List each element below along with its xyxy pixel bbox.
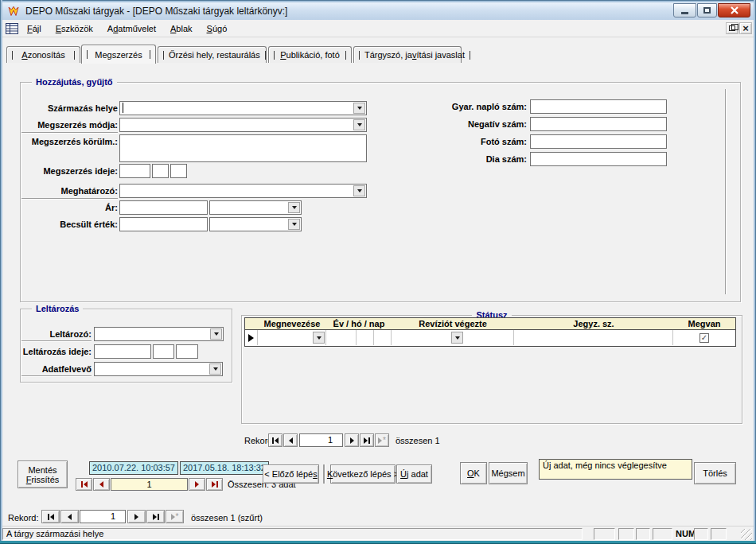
inventory-taker-combobox[interactable]	[94, 327, 224, 341]
estimated-currency-combobox[interactable]	[209, 217, 302, 231]
determiner-combobox[interactable]	[119, 184, 367, 198]
price-currency-combobox[interactable]	[209, 200, 302, 215]
method-combobox[interactable]	[119, 118, 367, 132]
chevron-down-icon[interactable]	[313, 332, 325, 344]
cell-megvan[interactable]: ✓	[673, 330, 735, 345]
status-table-header: Megnevezése Év / hó / nap Revíziót végez…	[245, 318, 735, 330]
menu-data-operation[interactable]: Adatművelet	[100, 21, 163, 36]
table-nav-new-button[interactable]: *	[375, 433, 389, 447]
table-nav-first-button[interactable]	[268, 433, 283, 447]
text-caret	[123, 103, 123, 113]
bottom-nav-last-button[interactable]	[146, 510, 165, 523]
cell-megnevezese[interactable]	[258, 330, 326, 345]
chevron-down-icon[interactable]	[451, 332, 463, 344]
status-bar: A tárgy származási helye NUM	[2, 526, 754, 541]
cell-reviziot-vegezte[interactable]	[392, 330, 514, 345]
restore-icon	[729, 25, 735, 31]
row-selector[interactable]	[245, 330, 258, 345]
app-window: DEPO Műszaki tárgyak - [DEPO Műszaki tár…	[0, 0, 756, 544]
chevron-down-icon[interactable]	[353, 103, 365, 114]
inventory-group-title: Leltározás	[32, 304, 83, 314]
factory-log-field[interactable]	[530, 99, 667, 114]
circumstances-textarea[interactable]	[119, 134, 367, 162]
slide-field[interactable]	[530, 152, 667, 166]
cell-ho[interactable]	[357, 330, 374, 345]
inventory-date-label: Leltározás ideje:	[18, 347, 92, 357]
close-button[interactable]	[718, 3, 750, 17]
table-nav-position-input[interactable]: 1	[299, 433, 343, 447]
slide-label: Dia szám:	[430, 154, 527, 165]
chevron-down-icon[interactable]	[353, 185, 365, 196]
save-label: Mentés	[28, 465, 57, 475]
tab-label: Azonosítás	[13, 50, 74, 60]
tab-pipe	[345, 51, 346, 60]
main-nav-prev-button[interactable]	[93, 478, 110, 491]
chevron-down-icon[interactable]	[209, 363, 221, 375]
chevron-down-icon[interactable]	[288, 202, 300, 213]
acq-year-field[interactable]	[119, 164, 150, 178]
chevron-down-icon[interactable]	[210, 328, 222, 340]
tab-orzesi-hely[interactable]: Őrzési hely, restaurálás	[158, 46, 267, 63]
table-nav-prev-button[interactable]	[283, 433, 298, 447]
megnevezese-combobox[interactable]	[258, 330, 325, 345]
inventory-year-field[interactable]	[94, 344, 151, 359]
status-panel	[594, 528, 615, 540]
record-status-note: Új adat, még nincs véglegesítve	[539, 459, 692, 480]
delete-button[interactable]: Törlés	[694, 462, 736, 484]
price-field[interactable]	[119, 200, 208, 215]
modified-date: 2017.05.18. 18:13:32	[180, 461, 269, 475]
menu-file[interactable]: Fájl	[20, 21, 49, 36]
save-refresh-button[interactable]: Mentés Frissítés	[18, 460, 68, 488]
refresh-label: Frissítés	[26, 475, 60, 484]
checkbox-checked-icon[interactable]: ✓	[699, 333, 709, 343]
inventory-month-field[interactable]	[153, 344, 174, 359]
bottom-nav-first-button[interactable]	[41, 510, 60, 523]
title-bar[interactable]: DEPO Műszaki tárgyak - [DEPO Műszaki tár…	[2, 2, 754, 20]
table-nav-last-button[interactable]	[360, 433, 374, 447]
negative-field[interactable]	[530, 117, 667, 131]
acq-day-field[interactable]	[170, 164, 187, 178]
data-recorder-combobox[interactable]	[94, 362, 223, 376]
minimize-button[interactable]	[673, 3, 696, 17]
child-close-button[interactable]: ×	[739, 22, 752, 34]
estimated-field[interactable]	[119, 217, 208, 231]
menu-window[interactable]: Ablak	[163, 21, 200, 36]
origin-combobox[interactable]	[119, 101, 367, 115]
bottom-nav-prev-button[interactable]	[60, 510, 79, 523]
chevron-down-icon[interactable]	[353, 119, 365, 130]
tab-megszerzes[interactable]: Megszerzés	[81, 45, 156, 64]
ok-button[interactable]: OK	[460, 462, 487, 484]
acq-month-field[interactable]	[152, 164, 169, 178]
cell-jegyz-sz[interactable]	[514, 330, 673, 345]
chevron-down-icon[interactable]	[288, 219, 300, 230]
resize-grip[interactable]	[741, 529, 752, 540]
reviziot-combobox[interactable]	[392, 330, 464, 345]
main-nav-first-button[interactable]	[76, 478, 92, 491]
maximize-button[interactable]	[697, 3, 717, 17]
photo-field[interactable]	[530, 134, 667, 149]
bottom-nav-position-input[interactable]: 1	[80, 510, 126, 523]
main-nav-last-button[interactable]	[206, 478, 223, 491]
cell-ev[interactable]	[326, 330, 357, 345]
child-restore-button[interactable]	[726, 22, 738, 34]
label-underline	[21, 198, 118, 199]
cell-nap[interactable]	[374, 330, 392, 345]
new-data-button[interactable]: Új adat	[396, 464, 432, 484]
bottom-nav-next-button[interactable]	[127, 510, 146, 523]
main-nav-next-button[interactable]	[189, 478, 205, 491]
prev-step-button[interactable]: < Előző lépés	[263, 464, 319, 484]
table-row[interactable]: ✓	[245, 330, 735, 345]
tab-publikacio[interactable]: Publikáció, fotó	[268, 46, 352, 63]
menu-help[interactable]: Súgó	[200, 21, 235, 36]
tab-targyszo[interactable]: Tárgyszó, javítási javaslat	[353, 46, 462, 63]
inventory-day-field[interactable]	[176, 344, 198, 359]
table-nav-next-button[interactable]	[345, 433, 359, 447]
menu-tools[interactable]: Eszközök	[49, 21, 100, 36]
acquisition-group-title: Hozzájutás, gyűjtő	[32, 77, 117, 87]
cancel-button[interactable]: Mégsem	[489, 462, 528, 484]
tab-azonositas[interactable]: Azonosítás	[6, 46, 80, 63]
bottom-nav-new-button[interactable]: *	[166, 510, 184, 523]
window-border-left	[0, 0, 2, 544]
main-nav-position-input[interactable]: 1	[111, 478, 188, 491]
next-step-button[interactable]: Következő lépés >	[330, 464, 396, 484]
